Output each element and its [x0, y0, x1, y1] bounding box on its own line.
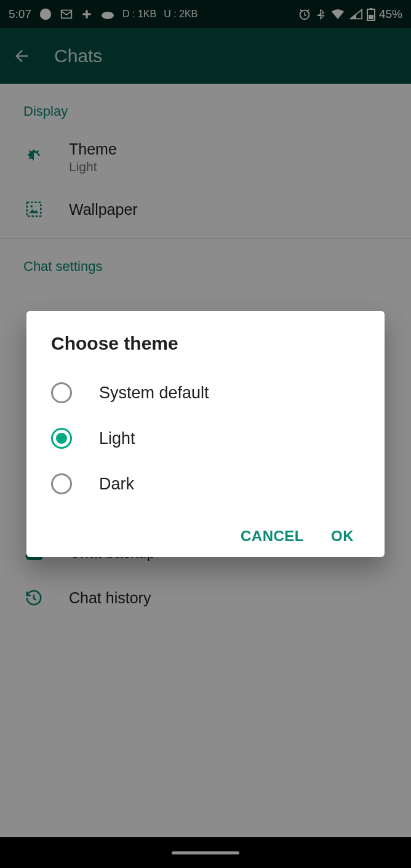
radio-icon	[51, 382, 72, 403]
theme-dialog: Choose theme System default Light Dark C…	[26, 311, 385, 557]
dialog-scrim[interactable]: Choose theme System default Light Dark C…	[0, 0, 411, 868]
radio-system-default[interactable]: System default	[51, 370, 360, 416]
radio-label: System default	[99, 384, 209, 403]
radio-label: Light	[99, 429, 135, 448]
dialog-title: Choose theme	[51, 333, 360, 354]
cancel-button[interactable]: CANCEL	[241, 528, 304, 545]
radio-light[interactable]: Light	[51, 416, 360, 461]
radio-dark[interactable]: Dark	[51, 461, 360, 507]
radio-icon-selected	[51, 428, 72, 449]
radio-icon	[51, 473, 72, 494]
ok-button[interactable]: OK	[331, 528, 354, 545]
radio-label: Dark	[99, 475, 134, 494]
